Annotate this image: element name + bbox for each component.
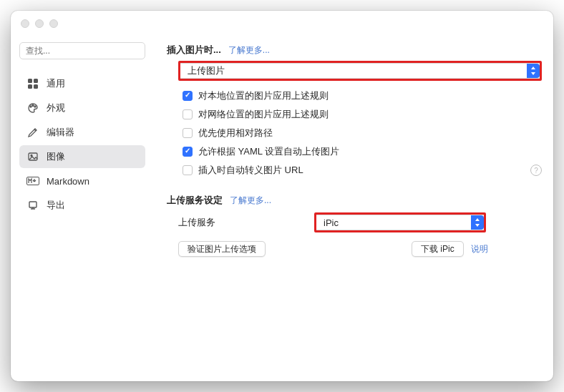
service-label: 上传服务 bbox=[178, 216, 300, 229]
svg-point-8 bbox=[31, 155, 32, 157]
check-local[interactable]: 对本地位置的图片应用上述规则 bbox=[167, 87, 542, 105]
search-input[interactable] bbox=[19, 42, 145, 59]
learn-more-link[interactable]: 了解更多... bbox=[230, 195, 271, 207]
sidebar-item-appearance[interactable]: 外观 bbox=[19, 97, 145, 119]
minimize-icon[interactable] bbox=[35, 19, 44, 28]
svg-point-4 bbox=[30, 106, 31, 107]
help-icon[interactable]: ? bbox=[530, 165, 542, 176]
sidebar-item-label: 图像 bbox=[47, 150, 65, 163]
checkbox-icon bbox=[183, 128, 193, 138]
palette-icon bbox=[26, 102, 39, 114]
sidebar-item-label: 外观 bbox=[47, 102, 65, 114]
export-icon bbox=[26, 199, 39, 212]
sidebar-nav: 通用 外观 编辑器 bbox=[19, 72, 145, 217]
checkbox-icon bbox=[183, 165, 193, 175]
learn-more-link[interactable]: 了解更多... bbox=[228, 44, 270, 57]
svg-rect-2 bbox=[28, 84, 32, 89]
sidebar-item-label: 编辑器 bbox=[47, 126, 74, 139]
checkbox-icon bbox=[183, 91, 193, 101]
checkbox-label: 对网络位置的图片应用上述规则 bbox=[198, 108, 329, 121]
sidebar-item-export[interactable]: 导出 bbox=[19, 194, 145, 217]
insert-action-select[interactable]: 上传图片 bbox=[180, 63, 540, 79]
upload-service-select[interactable]: iPic bbox=[316, 215, 484, 230]
svg-rect-1 bbox=[34, 79, 38, 83]
sidebar-item-label: Markdown bbox=[47, 176, 89, 187]
sidebar-item-label: 导出 bbox=[47, 199, 65, 212]
sidebar-item-editor[interactable]: 编辑器 bbox=[19, 121, 145, 144]
window-controls bbox=[21, 19, 58, 28]
sidebar: 通用 外观 编辑器 bbox=[11, 36, 154, 381]
zoom-icon[interactable] bbox=[49, 19, 58, 28]
checkbox-label: 允许根据 YAML 设置自动上传图片 bbox=[198, 145, 339, 158]
svg-point-5 bbox=[32, 105, 34, 107]
sidebar-item-image[interactable]: 图像 bbox=[19, 145, 145, 168]
checkbox-label: 插入时自动转义图片 URL bbox=[198, 164, 303, 177]
pencil-icon bbox=[26, 126, 39, 139]
description-link[interactable]: 说明 bbox=[471, 243, 488, 255]
checkbox-icon bbox=[183, 109, 193, 119]
insert-image-header: 插入图片时... 了解更多... bbox=[167, 44, 542, 57]
window-body: 通用 外观 编辑器 bbox=[11, 36, 553, 381]
sidebar-item-general[interactable]: 通用 bbox=[19, 72, 145, 95]
upload-service-header: 上传服务设定 了解更多... bbox=[167, 194, 542, 207]
upload-service-section: 上传服务设定 了解更多... 上传服务 iPic bbox=[167, 194, 542, 257]
checkbox-icon bbox=[183, 147, 193, 157]
chevron-updown-icon bbox=[527, 64, 540, 78]
check-relative[interactable]: 优先使用相对路径 bbox=[167, 124, 542, 142]
svg-rect-10 bbox=[29, 202, 37, 207]
check-escape-url[interactable]: 插入时自动转义图片 URL ? bbox=[167, 161, 542, 180]
download-ipic-button[interactable]: 下载 iPic bbox=[412, 241, 464, 257]
svg-rect-3 bbox=[34, 84, 38, 89]
insert-action-row: 上传图片 bbox=[167, 61, 542, 81]
select-value: iPic bbox=[324, 217, 339, 228]
section-title: 插入图片时... bbox=[167, 44, 221, 57]
upload-buttons-row: 验证图片上传选项 下载 iPic 说明 bbox=[167, 241, 542, 257]
preferences-window: 通用 外观 编辑器 bbox=[11, 11, 553, 381]
markdown-icon bbox=[26, 175, 39, 187]
sidebar-item-markdown[interactable]: Markdown bbox=[19, 170, 145, 192]
titlebar bbox=[11, 11, 553, 36]
grid-icon bbox=[26, 77, 39, 90]
image-icon bbox=[26, 150, 39, 163]
check-yaml[interactable]: 允许根据 YAML 设置自动上传图片 bbox=[167, 142, 542, 161]
highlight-box-2: iPic bbox=[314, 212, 486, 232]
checkbox-label: 对本地位置的图片应用上述规则 bbox=[198, 89, 329, 102]
svg-point-6 bbox=[34, 106, 36, 107]
main-panel: 插入图片时... 了解更多... 上传图片 对本地位置的图片应用上述规则 bbox=[154, 36, 553, 381]
highlight-box-1: 上传图片 bbox=[178, 61, 542, 81]
verify-upload-button[interactable]: 验证图片上传选项 bbox=[178, 241, 266, 257]
sidebar-item-label: 通用 bbox=[47, 77, 65, 90]
close-icon[interactable] bbox=[21, 19, 29, 28]
chevron-updown-icon bbox=[471, 215, 484, 230]
download-group: 下载 iPic 说明 bbox=[412, 241, 488, 257]
select-value: 上传图片 bbox=[188, 64, 225, 77]
svg-rect-0 bbox=[28, 79, 32, 83]
section-title: 上传服务设定 bbox=[167, 194, 223, 207]
checkbox-label: 优先使用相对路径 bbox=[198, 127, 273, 139]
check-remote[interactable]: 对网络位置的图片应用上述规则 bbox=[167, 105, 542, 124]
upload-service-row: 上传服务 iPic bbox=[167, 212, 542, 232]
